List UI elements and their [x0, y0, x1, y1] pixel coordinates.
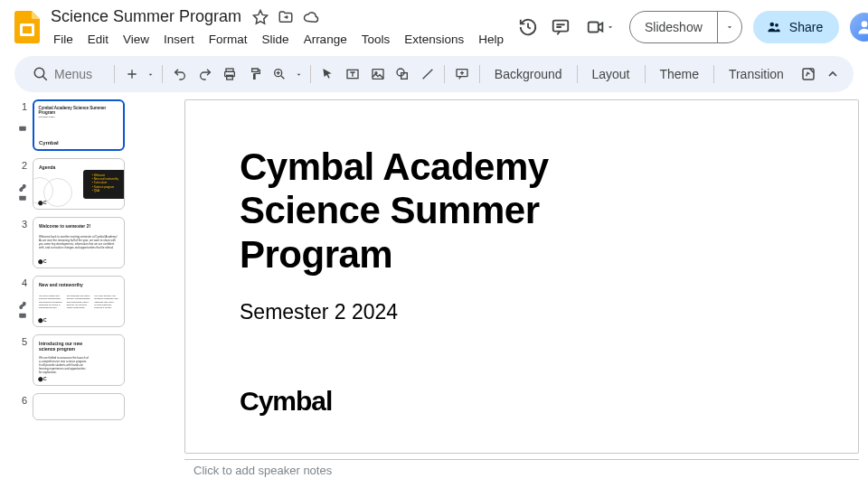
star-icon[interactable]	[252, 9, 269, 25]
menu-search-input[interactable]	[54, 67, 99, 81]
svg-point-5	[775, 23, 778, 27]
svg-point-6	[862, 21, 868, 27]
slide-thumb-5[interactable]: Introducing our new science program We a…	[33, 334, 125, 386]
menu-extensions[interactable]: Extensions	[398, 30, 470, 49]
slide-title[interactable]: Cymbal Academy Science Summer Program	[240, 145, 804, 277]
thumb-number: 6	[14, 393, 27, 420]
comment-indicator-icon	[18, 194, 27, 203]
menu-format[interactable]: Format	[203, 30, 254, 49]
select-tool[interactable]	[316, 61, 340, 87]
speaker-notes[interactable]: Click to add speaker notes	[184, 459, 859, 483]
svg-rect-1	[23, 26, 32, 33]
paint-format-button[interactable]	[243, 61, 267, 87]
slide-thumb-1[interactable]: Cymbal Academy Science Summer Program Se…	[33, 99, 125, 151]
slide-thumbnails: 1 Cymbal Academy Science Summer Program …	[14, 99, 177, 483]
svg-rect-2	[553, 21, 569, 32]
slide-brand-logo[interactable]: Cymbal	[240, 386, 332, 417]
shape-tool[interactable]	[391, 61, 414, 87]
link-indicator-icon	[18, 183, 27, 192]
svg-rect-3	[589, 23, 599, 33]
menu-bar: File Edit View Insert Format Slide Arran…	[47, 30, 510, 49]
comment-indicator-icon	[18, 125, 27, 134]
slide-thumb-2[interactable]: Agenda • Welcome• New and noteworthy• Cu…	[33, 158, 125, 210]
layout-button[interactable]: Layout	[582, 63, 638, 85]
svg-point-4	[769, 23, 774, 27]
menu-tools[interactable]: Tools	[355, 30, 397, 49]
svg-rect-21	[19, 314, 26, 318]
menu-edit[interactable]: Edit	[81, 30, 115, 49]
line-tool[interactable]	[416, 61, 439, 87]
text-box-tool[interactable]	[341, 61, 364, 87]
search-icon	[33, 66, 49, 82]
menu-view[interactable]: View	[117, 30, 156, 49]
thumb-number: 4	[14, 276, 27, 288]
slide-thumb-3[interactable]: Welcome to semester 2! Welcome back to a…	[33, 217, 125, 268]
menu-insert[interactable]: Insert	[157, 30, 201, 49]
transition-button[interactable]: Transition	[720, 63, 793, 85]
cloud-status-icon[interactable]	[303, 9, 319, 25]
image-tool[interactable]	[366, 61, 390, 87]
menu-help[interactable]: Help	[472, 30, 510, 49]
background-button[interactable]: Background	[486, 63, 571, 85]
meet-icon[interactable]	[582, 16, 618, 38]
share-label: Share	[789, 20, 823, 34]
history-icon[interactable]	[517, 16, 539, 38]
menu-arrange[interactable]: Arrange	[297, 30, 354, 49]
menu-file[interactable]: File	[47, 30, 80, 49]
slideshow-label[interactable]: Slideshow	[630, 12, 718, 42]
collapse-toolbar-icon[interactable]	[821, 61, 844, 87]
thumb-number: 2	[14, 158, 27, 171]
link-indicator-icon	[18, 301, 27, 310]
people-icon	[766, 19, 782, 35]
thumb-number: 5	[14, 334, 27, 386]
undo-button[interactable]	[168, 61, 192, 87]
zoom-dropdown-icon[interactable]	[293, 61, 305, 87]
thumb-number: 3	[14, 217, 27, 268]
slideshow-button[interactable]: Slideshow	[629, 11, 742, 43]
comments-icon[interactable]	[550, 16, 571, 38]
move-folder-icon[interactable]	[278, 9, 294, 25]
slide-thumb-6[interactable]	[33, 393, 125, 420]
svg-rect-20	[19, 196, 26, 201]
share-button[interactable]: Share	[753, 11, 839, 43]
apps-script-icon[interactable]	[797, 61, 820, 87]
toolbar: Background Layout Theme Transition	[14, 56, 854, 92]
slideshow-dropdown-icon[interactable]	[718, 12, 741, 42]
theme-button[interactable]: Theme	[650, 63, 708, 85]
comment-tool[interactable]	[450, 61, 474, 87]
new-slide-button[interactable]	[120, 61, 144, 87]
thumb-number: 1	[14, 99, 27, 112]
slide-subtitle[interactable]: Semester 2 2024	[240, 300, 804, 324]
redo-button[interactable]	[193, 61, 217, 87]
zoom-button[interactable]	[268, 61, 291, 87]
avatar[interactable]	[850, 13, 868, 42]
menu-slide[interactable]: Slide	[256, 30, 296, 49]
document-title[interactable]: Science Summer Program	[47, 5, 245, 28]
print-button[interactable]	[218, 61, 241, 87]
menu-search[interactable]	[24, 62, 108, 86]
svg-point-7	[34, 68, 44, 78]
svg-rect-19	[19, 127, 26, 131]
slide-canvas[interactable]: Cymbal Academy Science Summer Program Se…	[184, 99, 859, 454]
new-slide-dropdown-icon[interactable]	[145, 61, 156, 87]
comment-indicator-icon	[18, 312, 27, 321]
slide-thumb-4[interactable]: New and noteworthy We have added new lea…	[33, 276, 125, 327]
slides-logo[interactable]	[14, 11, 40, 43]
